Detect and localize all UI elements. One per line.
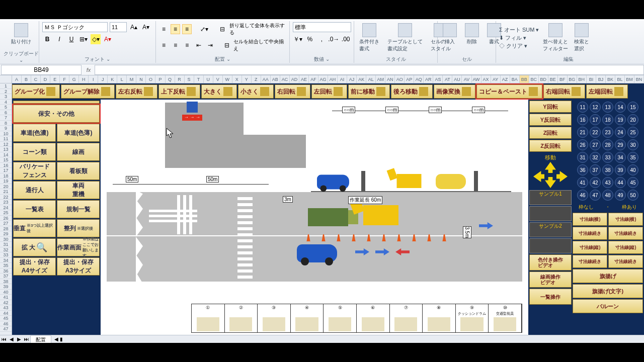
num-chip[interactable]: 22 [590, 127, 601, 138]
num-chip[interactable]: 30 [627, 139, 638, 150]
toolbar-10[interactable]: 画像変換 [434, 84, 475, 99]
palette-btn-3-0[interactable]: バリケード フェンス [13, 162, 56, 180]
dim-btn[interactable]: 寸法線続き [573, 227, 607, 240]
num-chip[interactable]: 43 [602, 177, 613, 188]
toolbar-5[interactable]: 小さく [238, 84, 274, 99]
delete-button[interactable]: 削除 [463, 22, 481, 46]
sheet-tab[interactable]: 配置 [30, 335, 51, 343]
align-bottom[interactable]: ≡ [182, 24, 192, 34]
underline-button[interactable]: U [66, 34, 76, 44]
palette-btn-1-1[interactable]: 車道(色薄) [57, 124, 100, 142]
palette-btn-8-1[interactable]: 提出・保存 A3サイズ [57, 257, 100, 276]
palette-btn-0-0[interactable]: 保安・その他 [13, 105, 100, 123]
num-chip[interactable]: 41 [577, 177, 588, 188]
num-chip[interactable]: 31 [577, 152, 588, 163]
percent-button[interactable]: % [305, 34, 315, 44]
num-chip[interactable]: 19 [615, 114, 626, 125]
num-chip[interactable]: 33 [602, 152, 613, 163]
num-chip[interactable]: 35 [627, 152, 638, 163]
palette-btn-5-0[interactable]: 一覧表 [13, 200, 56, 218]
toolbar-9[interactable]: 後ろ移動 [391, 84, 433, 99]
toolbar-3[interactable]: 上下反転 [158, 84, 200, 99]
num-chip[interactable]: 23 [602, 127, 613, 138]
formula-input[interactable] [95, 65, 644, 75]
dim-btn[interactable]: 寸法線(横) [573, 213, 607, 226]
video-btn[interactable]: 色付き操作 ビデオ [529, 254, 572, 270]
num-chip[interactable]: 16 [577, 114, 588, 125]
shrink-font-button[interactable]: A▾ [141, 22, 151, 32]
num-chip[interactable]: 28 [602, 139, 613, 150]
move-up[interactable] [545, 162, 556, 173]
video-btn[interactable]: 線画操作 ビデオ [529, 272, 572, 288]
font-color-button[interactable]: A▾ [103, 34, 113, 44]
cond-format-button[interactable]: 条件付き 書式 [357, 22, 381, 53]
align-center[interactable]: ≡ [171, 40, 180, 50]
num-chip[interactable]: 11 [577, 102, 588, 113]
video-btn[interactable]: 一覧操作 [529, 289, 572, 305]
num-chip[interactable]: 18 [602, 114, 613, 125]
dim-btn[interactable]: 寸法線続き [573, 255, 607, 268]
move-down[interactable] [545, 177, 556, 188]
orientation-button[interactable]: ⤢▾ [199, 24, 209, 34]
toolbar-6[interactable]: 右回転 [275, 84, 310, 99]
autosum-button[interactable]: Σ オート SUM ▾ [499, 26, 539, 34]
name-box[interactable] [1, 65, 82, 75]
palette-btn-4-0[interactable]: 通行人 [13, 181, 56, 199]
toolbar-12[interactable]: 右端回転 [543, 84, 585, 99]
clear-button[interactable]: ◇ クリア ▾ [499, 42, 539, 50]
fx-icon[interactable]: fx [83, 67, 95, 73]
num-chip[interactable]: 29 [615, 139, 626, 150]
palette-btn-7-0[interactable]: 拡 大🔍 [13, 238, 56, 256]
num-chip[interactable]: 14 [615, 102, 626, 113]
num-chip[interactable]: 20 [627, 114, 638, 125]
toolbar-0[interactable]: グループ化 [12, 84, 60, 99]
num-chip[interactable]: 26 [577, 139, 588, 150]
palette-btn-2-1[interactable]: 線画 [57, 143, 100, 161]
comma-button[interactable]: , [317, 34, 327, 44]
toolbar-4[interactable]: 大きく [201, 84, 237, 99]
font-name-combo[interactable] [42, 22, 108, 32]
currency-button[interactable]: ￥▾ [293, 34, 303, 44]
num-chip[interactable]: 32 [590, 152, 601, 163]
toolbar-1[interactable]: グループ解除 [61, 84, 115, 99]
extra-btn[interactable]: バルーン [573, 299, 643, 313]
num-chip[interactable]: 46 [577, 190, 588, 201]
num-chip[interactable]: 25 [627, 127, 638, 138]
palette-btn-2-0[interactable]: コーン類 [13, 143, 56, 161]
palette-btn-4-1[interactable]: 車両 重機 [57, 181, 100, 199]
dim-btn[interactable]: 寸法線(縦) [608, 241, 643, 254]
num-chip[interactable]: 17 [590, 114, 601, 125]
dim-btn[interactable]: 寸法線続き [608, 255, 643, 268]
fill-color-button[interactable]: ◇▾ [91, 34, 101, 44]
table-format-button[interactable]: テーブルとして 書式設定 [385, 22, 425, 53]
num-chip[interactable]: 39 [615, 164, 626, 175]
num-chip[interactable]: 37 [590, 164, 601, 175]
num-chip[interactable]: 48 [602, 190, 613, 201]
transform-btn[interactable]: Y回転 [529, 101, 572, 113]
row-headers[interactable]: 1234567891011121314151617181920212223242… [0, 83, 12, 335]
palette-btn-8-0[interactable]: 提出・保存 A4サイズ [13, 257, 56, 276]
fill-button[interactable]: ⬇ フィル ▾ [499, 34, 539, 42]
toolbar-13[interactable]: 左端回転 [586, 84, 628, 99]
drawing-canvas[interactable]: → → → 50m 50m [101, 100, 528, 335]
transform-btn[interactable]: Z回転 [529, 127, 572, 139]
sheet-nav-first[interactable]: ⏮ [0, 336, 8, 342]
num-chip[interactable]: 13 [602, 102, 613, 113]
num-chip[interactable]: 49 [615, 190, 626, 201]
palette-btn-6-1[interactable]: 整列※選択後 [57, 219, 100, 237]
extra-btn[interactable]: 旗揚げ [573, 269, 643, 283]
merge-button[interactable]: ⊟ [222, 40, 231, 50]
palette-btn-5-1[interactable]: 規制一覧 [57, 200, 100, 218]
bold-button[interactable]: B [42, 34, 52, 44]
dim-btn[interactable]: 寸法線続き [608, 227, 643, 240]
wrap-text-button[interactable]: ⊟ [218, 24, 227, 34]
grow-font-button[interactable]: A▴ [129, 22, 139, 32]
num-chip[interactable]: 27 [590, 139, 601, 150]
palette-btn-3-1[interactable]: 看板類 [57, 162, 100, 180]
num-chip[interactable]: 34 [615, 152, 626, 163]
extra-btn[interactable]: 旗揚げ(文字) [573, 284, 643, 298]
num-chip[interactable]: 12 [590, 102, 601, 113]
move-left[interactable] [533, 171, 544, 182]
find-select-button[interactable]: 検索と 選択 [572, 22, 591, 53]
num-chip[interactable]: 40 [627, 164, 638, 175]
